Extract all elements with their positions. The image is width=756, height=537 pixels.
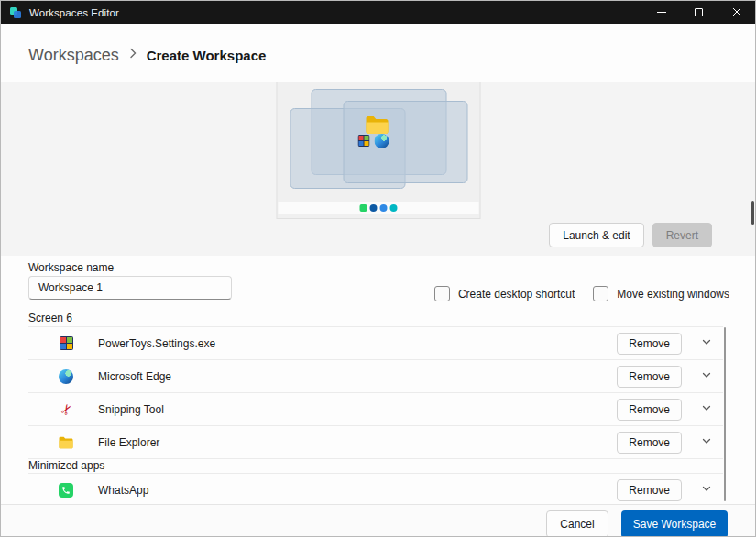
remove-button[interactable]: Remove bbox=[617, 432, 682, 454]
screen-app-list: PowerToys.Settings.exeRemoveMicrosoft Ed… bbox=[28, 326, 723, 459]
chevron-down-button[interactable] bbox=[690, 430, 723, 455]
checkbox-box-icon[interactable] bbox=[434, 286, 450, 301]
taskbar-app-icon bbox=[379, 204, 387, 212]
app-name: PowerToys.Settings.exe bbox=[98, 337, 215, 350]
banner-actions: Launch & edit Revert bbox=[549, 223, 712, 247]
create-desktop-shortcut-checkbox[interactable]: Create desktop shortcut bbox=[434, 286, 575, 301]
footer-bar: Cancel Save Workspace bbox=[1, 504, 755, 536]
taskbar-app-icon bbox=[359, 204, 367, 212]
remove-button[interactable]: Remove bbox=[617, 333, 682, 355]
chevron-right-icon bbox=[128, 47, 137, 63]
minimize-icon bbox=[657, 12, 666, 13]
snipping-tool-icon: ✂ bbox=[59, 402, 73, 417]
edge-icon bbox=[374, 134, 389, 148]
maximize-button[interactable] bbox=[680, 1, 718, 24]
chevron-down-button[interactable] bbox=[690, 477, 723, 503]
breadcrumb: Workspaces Create Workspace bbox=[28, 41, 266, 69]
app-name: WhatsApp bbox=[98, 484, 148, 497]
close-button[interactable] bbox=[718, 1, 755, 24]
launch-edit-button[interactable]: Launch & edit bbox=[549, 223, 643, 247]
window-scrollbar-thumb[interactable] bbox=[751, 201, 754, 225]
preview-taskbar bbox=[278, 202, 478, 214]
remove-button[interactable]: Remove bbox=[617, 399, 682, 421]
whatsapp-icon bbox=[59, 483, 73, 498]
app-row: WhatsAppRemove bbox=[28, 474, 723, 507]
chevron-down-icon bbox=[701, 402, 712, 416]
window-controls bbox=[642, 1, 755, 24]
app-row: File ExplorerRemove bbox=[28, 426, 723, 459]
workspace-name-label: Workspace name bbox=[28, 261, 114, 274]
workspaces-editor-window: Workspaces Editor Workspaces Create Work… bbox=[0, 0, 756, 537]
screen-section-label: Screen 6 bbox=[28, 312, 72, 324]
app-name: Microsoft Edge bbox=[98, 370, 171, 383]
cancel-button[interactable]: Cancel bbox=[546, 510, 608, 537]
app-row: PowerToys.Settings.exeRemove bbox=[28, 327, 723, 360]
remove-button[interactable]: Remove bbox=[617, 479, 682, 501]
app-name: Snipping Tool bbox=[98, 403, 164, 416]
chevron-down-button[interactable] bbox=[690, 397, 723, 422]
workspace-preview-image bbox=[276, 82, 480, 219]
file-explorer-icon bbox=[59, 435, 73, 450]
checkbox-label: Move existing windows bbox=[617, 288, 729, 301]
powertoys-settings-icon bbox=[59, 336, 73, 351]
app-name: File Explorer bbox=[98, 436, 159, 449]
revert-button[interactable]: Revert bbox=[652, 223, 712, 247]
preview-banner: Launch & edit Revert bbox=[1, 82, 755, 256]
remove-button[interactable]: Remove bbox=[617, 366, 682, 388]
titlebar: Workspaces Editor bbox=[1, 1, 755, 24]
list-scrollbar-thumb[interactable] bbox=[724, 327, 726, 501]
move-existing-windows-checkbox[interactable]: Move existing windows bbox=[593, 286, 729, 301]
powertoys-logo-icon bbox=[9, 6, 22, 19]
taskbar-app-icon bbox=[389, 204, 397, 212]
chevron-down-icon bbox=[701, 435, 712, 449]
checkbox-box-icon[interactable] bbox=[593, 286, 608, 301]
checkbox-row: Create desktop shortcut Move existing wi… bbox=[434, 286, 729, 301]
chevron-down-icon bbox=[701, 483, 712, 497]
maximize-icon bbox=[695, 8, 703, 16]
window-title: Workspaces Editor bbox=[29, 7, 119, 18]
breadcrumb-workspaces[interactable]: Workspaces bbox=[28, 46, 119, 65]
microsoft-edge-icon bbox=[59, 369, 73, 384]
app-row: ✂Snipping ToolRemove bbox=[28, 393, 723, 426]
minimize-button[interactable] bbox=[642, 1, 680, 24]
chevron-down-button[interactable] bbox=[690, 331, 723, 356]
checkbox-label: Create desktop shortcut bbox=[458, 288, 575, 301]
breadcrumb-create-workspace: Create Workspace bbox=[147, 48, 267, 63]
close-icon bbox=[732, 5, 741, 19]
minimized-section-label: Minimized apps bbox=[28, 459, 104, 472]
taskbar-app-icon bbox=[369, 204, 377, 212]
chevron-down-icon bbox=[701, 369, 712, 383]
save-workspace-button[interactable]: Save Workspace bbox=[621, 510, 728, 537]
app-row: Microsoft EdgeRemove bbox=[28, 360, 723, 393]
chevron-down-icon bbox=[701, 336, 712, 350]
minimized-app-list: WhatsAppRemove bbox=[28, 473, 723, 507]
app-grid-icon bbox=[357, 135, 369, 147]
chevron-down-button[interactable] bbox=[690, 364, 723, 389]
workspace-name-input[interactable] bbox=[28, 276, 232, 300]
